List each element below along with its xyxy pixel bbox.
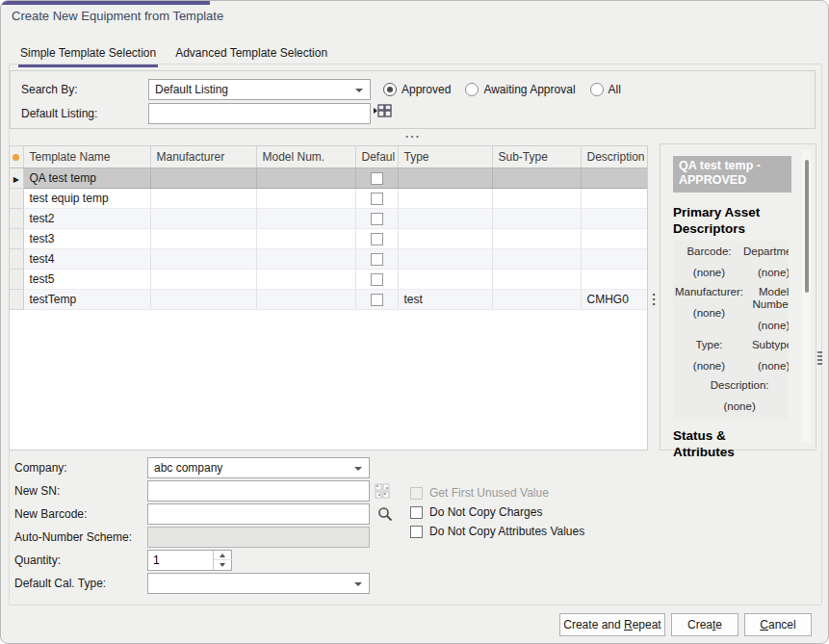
descriptor-manufacturer: Manufacturer: (none)	[675, 286, 743, 334]
cell-template-name[interactable]: test5	[23, 269, 150, 289]
cell-description[interactable]	[581, 269, 647, 289]
col-model-num[interactable]: Model Num.	[256, 146, 355, 167]
cell-subtype[interactable]	[492, 167, 581, 188]
table-row[interactable]: QA test temp	[10, 167, 647, 188]
create-button[interactable]: Create	[671, 613, 738, 636]
default-checkbox[interactable]	[371, 233, 383, 245]
checkbox-do-not-copy-attributes-values[interactable]: Do Not Copy Attributes Values	[410, 522, 584, 541]
cell-description[interactable]	[581, 228, 647, 248]
table-row[interactable]: test4	[10, 248, 647, 269]
radio-awaiting-approval[interactable]: Awaiting Approval	[465, 83, 575, 96]
scrollbar-thumb[interactable]	[805, 160, 809, 293]
descriptor-type: Type: (none)	[675, 339, 743, 374]
cell-description[interactable]	[581, 188, 647, 208]
default-checkbox[interactable]	[371, 294, 383, 306]
checkbox-icon[interactable]	[410, 526, 423, 538]
cell-type[interactable]	[398, 167, 492, 188]
checkbox-do-not-copy-charges[interactable]: Do Not Copy Charges	[410, 502, 584, 522]
cell-template-name[interactable]: test2	[23, 208, 150, 228]
company-combobox[interactable]: abc company	[147, 457, 370, 478]
default-checkbox[interactable]	[371, 253, 383, 266]
cell-model[interactable]	[256, 248, 355, 269]
table-row[interactable]: test5	[10, 269, 647, 289]
col-sub-type[interactable]: Sub-Type	[492, 146, 581, 167]
cell-subtype[interactable]	[492, 208, 581, 228]
auto-number-scheme-input	[147, 527, 370, 548]
cell-manufacturer[interactable]	[150, 269, 256, 289]
cell-manufacturer[interactable]	[150, 289, 256, 309]
keypad-icon[interactable]	[375, 483, 391, 502]
cell-manufacturer[interactable]	[150, 228, 256, 248]
radio-all[interactable]: All	[590, 83, 621, 96]
table-row[interactable]: test2	[10, 208, 647, 228]
cell-model[interactable]	[256, 228, 355, 248]
cell-model[interactable]	[256, 269, 355, 289]
spin-down-icon[interactable]	[214, 560, 232, 570]
cell-type[interactable]	[398, 188, 492, 208]
cell-template-name[interactable]: testTemp	[23, 289, 150, 309]
quantity-stepper[interactable]	[147, 550, 232, 571]
cell-manufacturer[interactable]	[150, 188, 256, 208]
grid-corner-header[interactable]	[10, 146, 23, 167]
table-row[interactable]: testTemp test CMHG0	[10, 289, 647, 309]
cancel-button[interactable]: Cancel	[744, 613, 812, 636]
search-icon[interactable]	[377, 506, 393, 525]
cell-manufacturer[interactable]	[150, 167, 256, 188]
listing-picker-icon[interactable]	[374, 103, 392, 122]
panel-splitter-grip[interactable]	[817, 351, 822, 367]
new-sn-input[interactable]	[147, 480, 370, 502]
cell-subtype[interactable]	[492, 248, 581, 269]
cell-type[interactable]	[398, 208, 492, 228]
cell-default	[355, 248, 398, 269]
default-cal-type-combobox[interactable]	[147, 573, 370, 594]
col-type[interactable]: Type	[398, 146, 492, 167]
cell-default	[355, 188, 398, 208]
checkbox-icon[interactable]	[410, 506, 423, 519]
cell-type[interactable]	[398, 248, 492, 269]
col-description[interactable]: Description	[581, 146, 647, 167]
default-checkbox[interactable]	[371, 193, 383, 205]
cell-description[interactable]	[581, 208, 647, 228]
cell-type[interactable]: test	[398, 289, 492, 309]
cell-model[interactable]	[256, 208, 355, 228]
cell-template-name[interactable]: test3	[23, 228, 150, 248]
cell-model[interactable]	[256, 289, 355, 309]
cell-manufacturer[interactable]	[150, 208, 256, 228]
cell-description[interactable]	[581, 248, 647, 269]
cell-subtype[interactable]	[492, 228, 581, 248]
search-by-combobox[interactable]: Default Listing	[148, 79, 371, 100]
cell-template-name[interactable]: test equip temp	[23, 188, 150, 208]
cell-description[interactable]: CMHG0	[581, 289, 647, 309]
cell-model[interactable]	[256, 167, 355, 188]
chevron-down-icon	[354, 467, 362, 471]
default-listing-input[interactable]	[148, 103, 371, 124]
cell-subtype[interactable]	[492, 289, 581, 309]
cell-description[interactable]	[581, 167, 647, 188]
create-and-repeat-button[interactable]: Create and Repeat	[559, 613, 665, 636]
cell-type[interactable]	[398, 228, 492, 248]
splitter-handle[interactable]: ...	[405, 127, 421, 141]
cell-type[interactable]	[398, 269, 492, 289]
cell-subtype[interactable]	[492, 269, 581, 289]
cell-subtype[interactable]	[492, 188, 581, 208]
preview-scrollbar[interactable]	[802, 150, 811, 442]
col-default[interactable]: Defaul	[355, 146, 398, 167]
descriptor-barcode: Barcode: (none)	[675, 245, 743, 281]
cell-template-name[interactable]: test4	[23, 248, 150, 269]
cell-template-name[interactable]: QA test temp	[23, 167, 150, 188]
col-template-name[interactable]: Template Name	[23, 146, 150, 167]
default-checkbox[interactable]	[371, 213, 383, 225]
spin-up-icon[interactable]	[214, 551, 232, 560]
quantity-input[interactable]	[148, 551, 212, 570]
grid-more-icon[interactable]: ...	[650, 289, 658, 303]
new-barcode-input[interactable]	[147, 503, 370, 525]
default-checkbox[interactable]	[371, 273, 383, 286]
default-checkbox[interactable]	[371, 172, 383, 185]
cell-manufacturer[interactable]	[150, 248, 256, 269]
cell-model[interactable]	[256, 188, 355, 208]
table-row[interactable]: test equip temp	[10, 188, 647, 208]
radio-approved[interactable]: Approved	[383, 83, 451, 96]
col-manufacturer[interactable]: Manufacturer	[150, 146, 256, 167]
asterisk-indicator-icon	[13, 154, 19, 161]
table-row[interactable]: test3	[10, 228, 647, 248]
